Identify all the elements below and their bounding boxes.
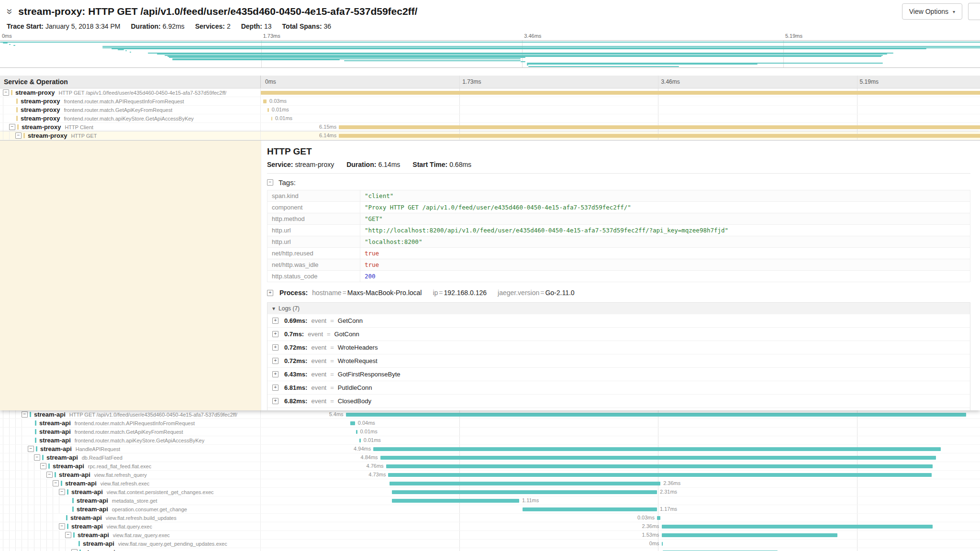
span-row[interactable]: stream-proxyfrontend.router.match.APIReq… <box>0 97 980 106</box>
span-row[interactable]: −stream-apiview.flat.refresh.exec2.36ms <box>0 479 980 488</box>
logs-section-toggle[interactable]: ▾ Logs (7) <box>267 303 970 314</box>
span-row[interactable]: −stream-apiview.flat.refresh_query4.73ms <box>0 471 980 479</box>
span-timeline-cell[interactable] <box>261 88 980 97</box>
log-item[interactable]: +6.43ms:event=GotFirstResponseByte <box>267 368 970 381</box>
span-duration-bar[interactable] <box>380 456 936 460</box>
span-row[interactable]: −stream-apidb.ReadFlatFeed4.84ms <box>0 453 980 462</box>
span-row[interactable]: −stream-proxyHTTP GET6.14ms <box>0 132 980 140</box>
span-name-cell[interactable]: −stream-apiview.flat.refresh_query <box>0 471 261 479</box>
tags-section-toggle[interactable]: − Tags: <box>267 178 970 187</box>
span-timeline-cell[interactable]: 0.01ms <box>261 114 980 122</box>
span-timeline-cell[interactable]: 4.84ms <box>261 453 980 462</box>
expand-icon[interactable]: + <box>272 398 278 404</box>
span-name-cell[interactable]: stream-apimetadata_store.get <box>0 496 261 505</box>
span-timeline-cell[interactable]: 4.73ms <box>261 471 980 479</box>
collapse-expander-icon[interactable]: − <box>3 89 9 96</box>
span-name-cell[interactable]: stream-proxyfrontend.router.match.apiKey… <box>0 114 261 122</box>
expand-icon[interactable]: + <box>272 318 278 324</box>
span-timeline-cell[interactable]: 1.53ms <box>261 531 980 539</box>
span-timeline-cell[interactable]: 0.03ms <box>261 97 980 105</box>
log-item[interactable]: +6.82ms:event=ClosedBody <box>267 395 970 408</box>
collapse-expander-icon[interactable]: − <box>65 532 71 538</box>
span-timeline-cell[interactable]: 6.14ms <box>261 132 980 140</box>
span-timeline-cell[interactable]: 2.31ms <box>261 488 980 496</box>
span-row[interactable]: stream-apifrontend.router.match.apiKeySt… <box>0 436 980 445</box>
span-timeline-cell[interactable]: 6.15ms <box>261 123 980 131</box>
span-row[interactable]: stream-apifrontend.router.match.APIReque… <box>0 419 980 428</box>
span-duration-bar[interactable] <box>271 117 272 121</box>
span-row[interactable]: stream-apioperation.consumer.get_change1… <box>0 505 980 514</box>
span-duration-bar[interactable] <box>261 91 980 95</box>
span-name-cell[interactable]: −stream-apidb.ReadFlatFeed <box>0 453 261 462</box>
span-name-cell[interactable]: stream-apifrontend.router.match.apiKeySt… <box>0 436 261 444</box>
span-name-cell[interactable]: −stream-proxyHTTP GET /api/v1.0/feed/use… <box>0 88 261 97</box>
span-timeline-cell[interactable]: 2.36ms <box>261 479 980 487</box>
span-row[interactable]: −stream-apiHTTP GET /api/v1.0/feed/user/… <box>0 410 980 419</box>
span-duration-bar[interactable] <box>339 134 980 138</box>
span-row[interactable]: −stream-api <box>0 548 980 551</box>
log-item[interactable]: +0.7ms:event=GotConn <box>267 328 970 341</box>
span-duration-bar[interactable] <box>386 464 933 468</box>
span-row[interactable]: stream-apimetadata_store.get1.11ms <box>0 496 980 505</box>
span-row[interactable]: −stream-apiview.flat.context.persistent_… <box>0 488 980 496</box>
view-options-button[interactable]: View Options ▾ <box>902 3 962 20</box>
span-duration-bar[interactable] <box>392 499 519 503</box>
collapse-expander-icon[interactable]: − <box>15 132 22 139</box>
span-name-cell[interactable]: stream-proxyfrontend.router.match.GetApi… <box>0 106 261 114</box>
span-name-cell[interactable]: −stream-proxyHTTP Client <box>0 123 261 131</box>
trace-minimap[interactable] <box>0 40 980 68</box>
span-row[interactable]: −stream-apiview.flat.query.exec2.36ms <box>0 522 980 531</box>
expand-icon[interactable]: + <box>272 371 278 377</box>
span-name-cell[interactable]: −stream-api <box>0 548 261 551</box>
span-duration-bar[interactable] <box>523 507 657 511</box>
span-duration-bar[interactable] <box>263 99 267 103</box>
span-timeline-cell[interactable] <box>261 548 980 551</box>
span-name-cell[interactable]: −stream-apirpc.read_flat_feed.flat.exec <box>0 462 261 470</box>
span-name-cell[interactable]: −stream-apiHTTP GET /api/v1.0/feed/user/… <box>0 410 261 419</box>
span-timeline-cell[interactable]: 0.01ms <box>261 106 980 114</box>
collapse-all-icon[interactable]: » <box>4 9 15 14</box>
collapse-expander-icon[interactable]: − <box>9 124 15 130</box>
log-item[interactable]: +0.69ms:event=GetConn <box>267 314 970 328</box>
collapse-expander-icon[interactable]: − <box>59 523 65 529</box>
collapse-expander-icon[interactable]: − <box>28 446 34 452</box>
span-duration-bar[interactable] <box>356 430 357 434</box>
span-timeline-cell[interactable]: 2.36ms <box>261 522 980 530</box>
expand-icon[interactable]: + <box>272 385 278 391</box>
span-duration-bar[interactable] <box>388 473 931 477</box>
span-duration-bar[interactable] <box>350 421 355 425</box>
span-timeline-cell[interactable]: 4.76ms <box>261 462 980 470</box>
collapse-expander-icon[interactable]: − <box>34 454 40 461</box>
span-row[interactable]: −stream-proxyHTTP GET /api/v1.0/feed/use… <box>0 88 980 97</box>
collapse-icon[interactable]: − <box>267 179 273 186</box>
span-name-cell[interactable]: stream-proxyfrontend.router.match.APIReq… <box>0 97 261 105</box>
span-name-cell[interactable]: stream-apifrontend.router.match.GetApiKe… <box>0 428 261 436</box>
collapse-expander-icon[interactable]: − <box>40 463 46 469</box>
span-row[interactable]: stream-proxyfrontend.router.match.GetApi… <box>0 106 980 114</box>
span-duration-bar[interactable] <box>339 125 980 129</box>
span-name-cell[interactable]: −stream-apiview.flat.refresh.exec <box>0 479 261 487</box>
span-name-cell[interactable]: stream-apiview.flat.raw_query.get_pendin… <box>0 540 261 548</box>
span-timeline-cell[interactable]: 1.17ms <box>261 505 980 513</box>
span-row[interactable]: stream-proxyfrontend.router.match.apiKey… <box>0 114 980 123</box>
span-duration-bar[interactable] <box>346 413 966 417</box>
span-timeline-cell[interactable]: 0.03ms <box>261 514 980 522</box>
span-row[interactable]: −stream-proxyHTTP Client6.15ms <box>0 123 980 132</box>
log-item[interactable]: +0.72ms:event=WroteRequest <box>267 354 970 368</box>
span-row[interactable]: −stream-apirpc.read_flat_feed.flat.exec4… <box>0 462 980 471</box>
collapse-expander-icon[interactable]: − <box>22 411 28 418</box>
expand-icon[interactable]: + <box>272 344 278 351</box>
span-row[interactable]: stream-apiview.flat.refresh.build_update… <box>0 514 980 522</box>
span-duration-bar[interactable] <box>390 482 660 485</box>
process-section[interactable]: + Process: hostname=Maxs-MacBook-Pro.loc… <box>267 289 970 297</box>
span-name-cell[interactable]: stream-apioperation.consumer.get_change <box>0 505 261 513</box>
span-row[interactable]: stream-apifrontend.router.match.GetApiKe… <box>0 428 980 436</box>
span-timeline-cell[interactable]: 5.4ms <box>261 410 980 419</box>
span-timeline-cell[interactable]: 0.04ms <box>261 419 980 427</box>
span-duration-bar[interactable] <box>657 516 660 520</box>
span-timeline-cell[interactable]: 0.01ms <box>261 436 980 444</box>
span-duration-bar[interactable] <box>662 533 837 537</box>
collapse-expander-icon[interactable]: − <box>53 480 59 486</box>
clipped-search-control[interactable] <box>968 3 980 20</box>
span-timeline-cell[interactable]: 0.01ms <box>261 428 980 436</box>
